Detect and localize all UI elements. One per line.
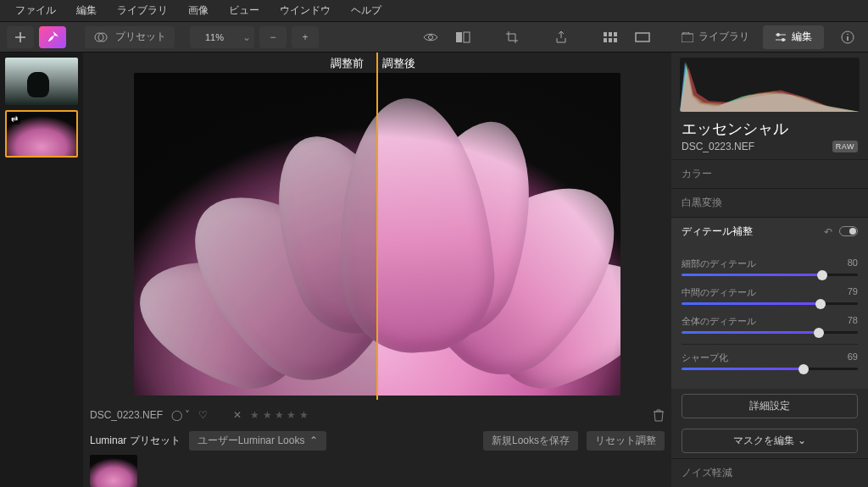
menu-bar: ファイル 編集 ライブラリ 画像 ビュー ウインドウ ヘルプ <box>0 0 868 22</box>
chevron-up-icon: ⌃ <box>309 434 318 446</box>
flag-cycle[interactable]: ◯ ˅ <box>171 409 190 421</box>
zoom-in-button[interactable]: + <box>292 26 319 48</box>
svg-rect-7 <box>614 32 617 36</box>
section-bw[interactable]: 白黒変換 <box>671 188 868 217</box>
preset-dropdown[interactable]: プリセット <box>85 26 175 48</box>
export-button[interactable] <box>548 26 575 48</box>
slider-sharpen[interactable]: シャープ化69 <box>682 351 858 370</box>
section-toggle[interactable] <box>839 226 858 236</box>
crop-button[interactable] <box>498 26 526 48</box>
svg-point-2 <box>429 35 433 39</box>
svg-rect-11 <box>636 33 649 42</box>
mask-button-label: マスクを編集 <box>733 434 794 446</box>
looks-strip <box>83 453 671 487</box>
presets-bar: Luminar プリセット ユーザーLuminar Looks ⌃ 新規Look… <box>83 428 671 453</box>
sliders-icon <box>775 32 787 42</box>
edit-panel: エッセンシャル DSC_0223.NEF RAW カラー 白黒変換 ディテール補… <box>671 53 868 487</box>
slider-small-label: 細部のディテール <box>682 257 756 270</box>
menu-image[interactable]: 画像 <box>180 0 217 21</box>
delete-button[interactable] <box>653 408 665 422</box>
tab-edit[interactable]: 編集 <box>763 25 824 49</box>
panel-title: エッセンシャル <box>671 115 868 139</box>
eye-toggle[interactable] <box>417 26 444 48</box>
menu-help[interactable]: ヘルプ <box>342 0 390 21</box>
toolbar: プリセット 11% ⌄ − + ライブラリ 編集 <box>0 22 868 53</box>
tab-edit-label: 編集 <box>792 30 812 44</box>
grid-view-button[interactable] <box>597 26 624 48</box>
chevron-down-icon: ⌄ <box>798 434 806 446</box>
favorite-button[interactable]: ♡ <box>198 409 208 421</box>
after-label: 調整後 <box>382 56 415 71</box>
zoom-control[interactable]: 11% ⌄ <box>190 26 254 48</box>
zoom-value: 11% <box>190 32 239 42</box>
svg-point-14 <box>782 38 785 42</box>
save-look-button[interactable]: 新規Looksを保存 <box>483 431 578 451</box>
viewer-footer: DSC_0223.NEF ◯ ˅ ♡ ✕ ★ ★ ★ ★ ★ <box>83 402 671 428</box>
preset-group-dropdown[interactable]: ユーザーLuminar Looks ⌃ <box>189 431 327 451</box>
svg-rect-10 <box>614 38 617 42</box>
preset-group-label: ユーザーLuminar Looks <box>198 434 305 448</box>
section-detail-label: ディテール補整 <box>682 224 753 239</box>
compare-icon: ⇄ <box>8 113 20 125</box>
undo-icon[interactable]: ↶ <box>824 226 832 238</box>
thumbnail-2[interactable]: ⇄ <box>5 110 78 158</box>
menu-view[interactable]: ビュー <box>220 0 268 21</box>
slider-medium[interactable]: 中間のディテール79 <box>682 286 858 305</box>
menu-window[interactable]: ウインドウ <box>271 0 339 21</box>
section-detail[interactable]: ディテール補整 ↶ <box>671 217 868 246</box>
presets-title: Luminar プリセット <box>90 434 181 448</box>
tab-library[interactable]: ライブラリ <box>670 25 761 49</box>
histogram[interactable] <box>680 58 860 112</box>
chevron-down-icon: ⌄ <box>239 31 254 43</box>
preset-label: プリセット <box>115 30 166 44</box>
reject-button[interactable]: ✕ <box>233 409 242 421</box>
svg-rect-9 <box>609 38 612 42</box>
section-noise[interactable]: ノイズ軽減 <box>671 458 868 487</box>
slider-sharpen-label: シャープ化 <box>682 351 728 364</box>
svg-rect-6 <box>609 32 612 36</box>
ai-enhance-button[interactable] <box>39 26 66 48</box>
look-thumbnail[interactable] <box>90 455 137 487</box>
mask-button[interactable]: マスクを編集 ⌄ <box>682 429 858 453</box>
slider-large[interactable]: 全体のディテール78 <box>682 315 858 334</box>
menu-edit[interactable]: 編集 <box>68 0 105 21</box>
slider-medium-value: 79 <box>848 286 858 299</box>
svg-rect-4 <box>464 32 470 42</box>
thumbnail-1[interactable] <box>5 58 78 105</box>
svg-rect-5 <box>604 32 607 36</box>
compare-toggle[interactable] <box>449 26 476 48</box>
library-icon <box>682 32 693 42</box>
raw-badge: RAW <box>832 141 858 152</box>
tab-library-label: ライブラリ <box>698 30 749 44</box>
svg-rect-12 <box>682 34 693 42</box>
slider-large-label: 全体のディテール <box>682 315 756 328</box>
compare-divider[interactable] <box>376 53 378 400</box>
slider-small-value: 80 <box>848 257 858 270</box>
svg-point-13 <box>776 33 780 36</box>
filename-label: DSC_0223.NEF <box>90 409 163 421</box>
svg-rect-3 <box>456 32 462 42</box>
panel-filename: DSC_0223.NEF <box>682 141 754 152</box>
slider-sharpen-value: 69 <box>848 351 858 364</box>
menu-file[interactable]: ファイル <box>7 0 64 21</box>
info-button[interactable] <box>834 26 861 48</box>
add-button[interactable] <box>7 26 34 48</box>
slider-large-value: 78 <box>848 315 858 328</box>
svg-rect-8 <box>604 38 607 42</box>
thumbnail-strip: ⇄ <box>0 53 83 487</box>
slider-small[interactable]: 細部のディテール80 <box>682 257 858 276</box>
rating-stars[interactable]: ★ ★ ★ ★ ★ <box>250 409 308 421</box>
advanced-button[interactable]: 詳細設定 <box>682 394 858 418</box>
zoom-out-button[interactable]: − <box>259 26 287 48</box>
before-label: 調整前 <box>331 56 364 71</box>
reset-button[interactable]: リセット調整 <box>587 431 665 451</box>
slider-medium-label: 中間のディテール <box>682 286 756 299</box>
center-panel: 調整前 調整後 DSC_0223.NEF ◯ ˅ ♡ ✕ ★ ★ ★ ★ ★ <box>83 53 671 487</box>
menu-library[interactable]: ライブラリ <box>108 0 176 21</box>
detail-sliders: 細部のディテール80 中間のディテール79 全体のディテール78 シャープ化69 <box>671 246 868 389</box>
single-view-button[interactable] <box>629 26 656 48</box>
section-color[interactable]: カラー <box>671 159 868 188</box>
venn-icon <box>93 30 108 45</box>
